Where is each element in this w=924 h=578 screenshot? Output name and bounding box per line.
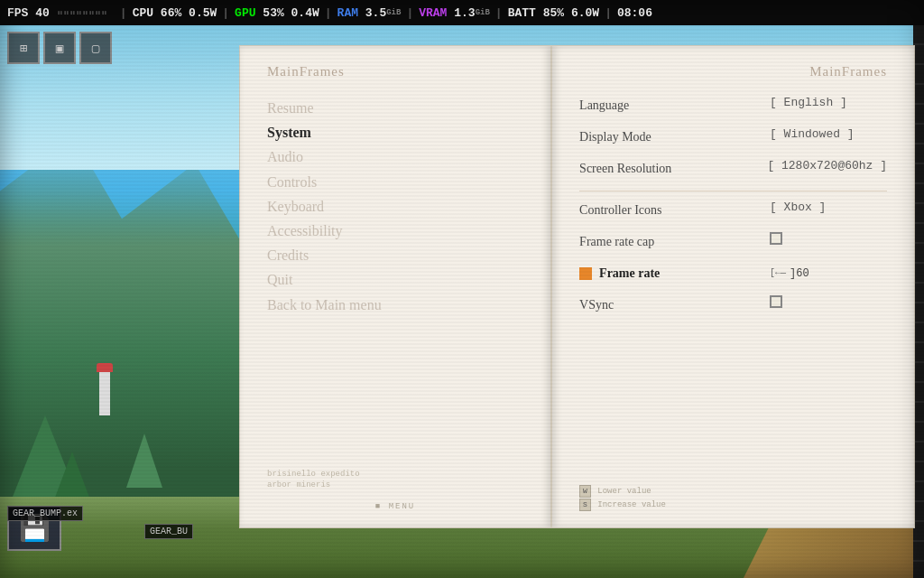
- hud-bar: FPS 40 ⠶⠶⠶⠶⠶⠶⠶⠶ | CPU 66% 0.5W | GPU 53%…: [0, 0, 924, 25]
- right-page: MainFrames Language [ English ] Display …: [551, 45, 915, 528]
- language-value[interactable]: [ English ]: [770, 96, 887, 109]
- controller-icons-value[interactable]: [ Xbox ]: [770, 200, 887, 214]
- language-label: Language: [579, 96, 761, 115]
- framerate-cap-value[interactable]: [770, 232, 887, 248]
- active-indicator: [579, 267, 592, 280]
- gpu-pct: 53%: [263, 6, 283, 20]
- menu-item-resume[interactable]: Resume: [267, 96, 523, 120]
- language-bracket: [ English ]: [770, 96, 847, 109]
- vram-val: 1.3: [454, 6, 475, 20]
- menu-item-system[interactable]: System: [267, 120, 523, 144]
- batt-watt: 6.0W: [571, 6, 599, 20]
- hint-lower: W Lower value: [579, 485, 666, 499]
- vsync-value[interactable]: [770, 295, 887, 312]
- settings-row-framerate-cap: Frame rate cap: [579, 232, 887, 251]
- ram-unit: GiB: [386, 8, 401, 17]
- framerate-label: Frame rate: [599, 264, 762, 283]
- left-page-title: MainFrames: [267, 64, 523, 79]
- hint-increase-key: S: [579, 499, 591, 511]
- bottom-left-ui: GEAR_BUMP.ex 💾: [7, 506, 61, 551]
- menu-nav: Resume System Audio Controls Keyboard Ac…: [267, 96, 523, 317]
- display-mode-bracket: [ Windowed ]: [770, 127, 855, 141]
- settings-row-controller: Controller Icons [ Xbox ]: [579, 200, 887, 219]
- display-mode-label: Display Mode: [579, 127, 761, 146]
- vram-label: VRAM: [419, 6, 447, 20]
- gpu-label: GPU: [235, 6, 255, 20]
- framerate-value[interactable]: [←— ]60: [770, 267, 887, 280]
- fps-label: FPS: [7, 6, 28, 20]
- gpu-watt: 0.4W: [291, 6, 319, 20]
- right-page-title: MainFrames: [579, 64, 887, 79]
- hud-waveform: ⠶⠶⠶⠶⠶⠶⠶⠶: [57, 8, 107, 18]
- menu-item-accessibility[interactable]: Accessibility: [267, 219, 523, 243]
- slider-left-arrow: [←—: [770, 268, 786, 278]
- menu-footer-label: ■ MENU: [375, 502, 415, 511]
- settings-row-display-mode: Display Mode [ Windowed ]: [579, 127, 887, 146]
- right-page-footer: W Lower value S Increase value: [579, 485, 666, 511]
- menu-book: MainFrames Resume System Audio Controls …: [239, 45, 915, 528]
- framerate-cap-checkbox[interactable]: [770, 232, 782, 245]
- icon-3[interactable]: ▢: [79, 32, 112, 64]
- framerate-slider[interactable]: [←— ]60: [770, 267, 887, 280]
- menu-item-quit[interactable]: Quit: [267, 267, 523, 292]
- slider-value-num: ]60: [790, 267, 809, 280]
- settings-row-screen-resolution: Screen Resolution [ 1280x720@60hz ]: [579, 159, 887, 178]
- cpu-label: CPU: [133, 6, 153, 20]
- fps-value: 40: [35, 6, 50, 20]
- footer-line1: brisinello expedito: [267, 469, 360, 480]
- icon-2[interactable]: ▣: [43, 32, 76, 64]
- screen-resolution-bracket: [ 1280x720@60hz ]: [767, 159, 887, 172]
- controller-bracket: [ Xbox ]: [770, 200, 826, 214]
- vsync-checkbox[interactable]: [770, 295, 782, 308]
- hint-lower-key: W: [579, 485, 591, 498]
- divider-1: [579, 191, 887, 191]
- menu-item-back[interactable]: Back to Main menu: [267, 293, 523, 317]
- menu-item-keyboard[interactable]: Keyboard: [267, 194, 523, 219]
- cpu-pct: 66%: [161, 6, 181, 20]
- controller-icons-label: Controller Icons: [579, 200, 761, 219]
- gear-bump-filename: GEAR_BUMP.ex: [7, 506, 83, 521]
- batt-pct: 85%: [543, 6, 564, 20]
- settings-row-framerate: Frame rate [←— ]60: [579, 264, 887, 283]
- menu-item-controls[interactable]: Controls: [267, 170, 523, 194]
- framerate-cap-label: Frame rate cap: [579, 232, 761, 251]
- settings-row-language: Language [ English ]: [579, 96, 887, 115]
- top-icons-bar: ⊞ ▣ ▢: [7, 32, 112, 64]
- menu-item-audio[interactable]: Audio: [267, 144, 523, 169]
- menu-item-credits[interactable]: Credits: [267, 243, 523, 267]
- settings-row-vsync: VSync: [579, 295, 887, 314]
- clock: 08:06: [617, 6, 652, 20]
- icon-1[interactable]: ⊞: [7, 32, 40, 64]
- ram-val: 3.5: [365, 6, 386, 20]
- left-page-footer: brisinello expedito arbor mineris: [267, 469, 360, 491]
- lighthouse-top: [97, 363, 113, 372]
- cpu-watt: 0.5W: [189, 6, 217, 20]
- gear-bump-text: GEAR_BU: [144, 524, 193, 539]
- hint-lower-text: Lower value: [597, 487, 651, 496]
- vsync-label: VSync: [579, 295, 761, 314]
- hint-increase-text: Increase value: [597, 500, 666, 509]
- screen-resolution-label: Screen Resolution: [579, 159, 758, 178]
- footer-line2: arbor mineris: [267, 480, 360, 491]
- vram-unit: GiB: [476, 8, 490, 17]
- batt-label: BATT: [508, 6, 536, 20]
- hint-increase: S Increase value: [579, 499, 666, 512]
- display-mode-value[interactable]: [ Windowed ]: [770, 127, 887, 141]
- screen-resolution-value[interactable]: [ 1280x720@60hz ]: [767, 159, 887, 172]
- ram-label: RAM: [337, 6, 358, 20]
- left-page: MainFrames Resume System Audio Controls …: [239, 45, 551, 528]
- lighthouse-body: [99, 370, 110, 415]
